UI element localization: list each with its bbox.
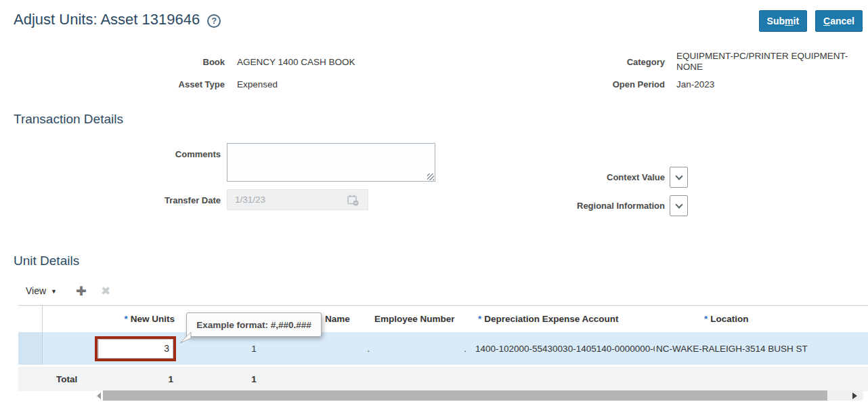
category-value: EQUIPMENT-PC/PRINTER EQUIPMENT-NONE — [676, 51, 867, 73]
scrollbar-thumb[interactable] — [103, 390, 827, 401]
col-header-employee-number: Employee Number — [374, 314, 475, 324]
book-value: AGENCY 1400 CASH BOOK — [237, 57, 355, 67]
submit-label-key: m — [785, 16, 793, 26]
transfer-date-field[interactable] — [227, 189, 368, 210]
scrollbar-track[interactable] — [827, 390, 863, 401]
chevron-down-icon — [675, 201, 682, 208]
format-tooltip: Example format: #,##0.### — [186, 312, 322, 337]
transaction-details-title: Transaction Details — [14, 112, 123, 127]
location-cell: NC-WAKE-RALEIGH-3514 BUSH ST — [655, 344, 868, 354]
calendar-icon — [347, 194, 360, 209]
caret-down-icon: ▼ — [51, 287, 57, 295]
asset-type-label: Asset Type — [0, 79, 225, 89]
required-icon: * — [478, 314, 481, 324]
horizontal-scrollbar — [95, 390, 863, 401]
triangle-left-icon — [97, 392, 101, 399]
comments-field-wrap — [227, 143, 435, 182]
open-period-value: Jan-2023 — [676, 79, 714, 89]
table-header-row: *New Units Name Employee Number *Depreci… — [18, 305, 868, 332]
open-period-label: Open Period — [406, 79, 665, 89]
view-menu-label: View — [26, 285, 46, 296]
view-menu-button[interactable]: View ▼ — [26, 285, 57, 296]
book-label: Book — [0, 57, 225, 67]
header-action-buttons: Submit Cancel — [759, 10, 863, 32]
required-icon: * — [704, 314, 708, 324]
comments-input[interactable] — [227, 144, 435, 181]
transfer-date-label: Transfer Date — [0, 195, 221, 205]
col-header-new-units-label: New Units — [131, 314, 175, 324]
total-units-cell: 1 — [190, 374, 318, 384]
tooltip-tail — [179, 331, 192, 344]
transfer-date-input[interactable] — [227, 195, 336, 205]
total-new-units-value: 1 — [168, 374, 173, 384]
row-selector-cell[interactable] — [18, 332, 43, 365]
table-total-row: Total 1 1 — [18, 367, 868, 391]
context-value-dropdown[interactable] — [670, 167, 688, 188]
triangle-right-icon — [852, 392, 857, 399]
cancel-label-key: C — [823, 16, 830, 26]
total-new-units-cell: Total 1 — [43, 374, 190, 384]
unit-details-table: *New Units Name Employee Number *Depreci… — [18, 305, 868, 391]
name-cell: . — [318, 344, 374, 354]
regional-information-label: Regional Information — [406, 201, 665, 211]
col-header-location: *Location — [655, 314, 868, 324]
units-cell: 1 — [190, 344, 318, 354]
submit-button[interactable]: Submit — [759, 10, 807, 32]
submit-label-pre: Sub — [767, 16, 785, 26]
annotation-highlight-box — [95, 336, 176, 361]
row-header-column — [18, 306, 43, 332]
col-header-depreciation-expense-account: *Depreciation Expense Account — [475, 314, 655, 324]
employee-number-cell: . — [374, 344, 475, 354]
comments-label: Comments — [0, 149, 221, 159]
regional-information-dropdown[interactable] — [670, 195, 688, 216]
col-header-depreciation-label: Depreciation Expense Account — [484, 314, 618, 324]
format-tooltip-text: Example format: #,##0.### — [196, 320, 311, 330]
table-row[interactable]: 1 . . 1400-102000-55430030-1405140-00000… — [18, 332, 868, 365]
depreciation-expense-account-cell: 1400-102000-55430030-1405140-0000000-000… — [475, 344, 655, 354]
new-units-input[interactable] — [97, 339, 173, 359]
scroll-left-button[interactable] — [95, 390, 103, 401]
context-value-label: Context Value — [406, 172, 665, 182]
page-title-text: Adjust Units: Asset 1319646 — [14, 11, 200, 28]
delete-row-icon: ✖ — [101, 284, 110, 298]
col-header-new-units: *New Units — [43, 314, 190, 324]
unit-details-title: Unit Details — [14, 254, 79, 268]
total-label: Total — [56, 374, 77, 384]
required-icon: * — [124, 314, 127, 324]
asset-type-value: Expensed — [237, 79, 278, 89]
cancel-label-post: ancel — [830, 16, 854, 26]
col-header-name: Name — [318, 314, 374, 324]
col-header-location-label: Location — [710, 314, 748, 324]
page-title: Adjust Units: Asset 1319646 ? — [14, 11, 221, 28]
new-units-cell — [43, 336, 190, 361]
help-icon[interactable]: ? — [207, 14, 221, 28]
cancel-button[interactable]: Cancel — [815, 10, 863, 32]
category-label: Category — [406, 57, 665, 67]
add-row-icon[interactable]: ✚ — [76, 283, 87, 299]
chevron-down-icon — [675, 172, 682, 180]
submit-label-post: it — [794, 16, 800, 26]
